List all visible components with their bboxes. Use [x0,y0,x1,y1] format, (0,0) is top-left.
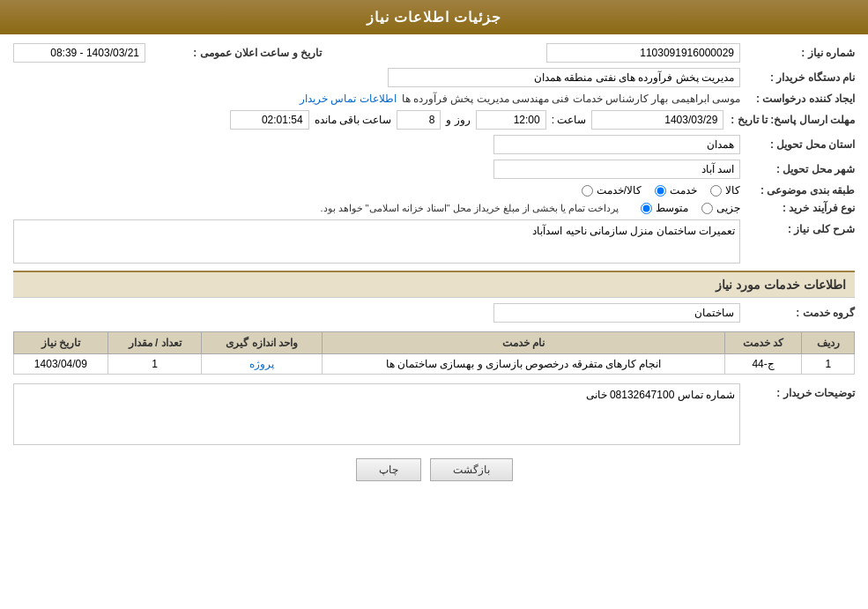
category-radio-kala[interactable] [710,185,722,197]
category-option3-label: کالا/خدمت [597,184,642,197]
buyer-org-label: نام دستگاه خریدار : [740,71,855,84]
process-radio-group: جزیی متوسط پرداخت تمام یا بخشی از مبلغ خ… [320,202,740,214]
table-header-row: ردیف کد خدمت نام خدمت واحد اندازه گیری ت… [14,332,855,354]
category-option1-label: کالا [725,184,740,197]
buyer-notes-row: توضیحات خریدار : شماره تماس 08132647100 … [13,383,855,445]
requester-row: ایجاد کننده درخواست : موسی ابراهیمی بهار… [13,93,855,105]
category-radio-group: کالا خدمت کالا/خدمت [582,184,740,197]
deadline-time: 12:00 [476,110,546,130]
process-note: پرداخت تمام یا بخشی از مبلغ خریداز محل "… [320,203,619,214]
city-value: اسد آباد [493,160,740,179]
col-unit: واحد اندازه گیری [202,332,323,354]
need-number-row: شماره نیاز : 1103091916000029 تاریخ و سا… [13,43,855,63]
back-button[interactable]: بازگشت [430,458,513,481]
province-value: همدان [493,135,740,154]
category-option-kala[interactable]: کالا [710,184,740,197]
services-table: ردیف کد خدمت نام خدمت واحد اندازه گیری ت… [13,331,855,375]
process-type-row: نوع فرآیند خرید : جزیی متوسط پرداخت تمام… [13,202,855,214]
need-number-label: شماره نیاز : [740,47,855,59]
category-radio-both[interactable] [582,185,593,197]
page-header: جزئیات اطلاعات نیاز [0,0,868,34]
requester-value: موسی ابراهیمی بهار کارشناس خدمات فنی مهن… [402,93,740,105]
process-radio-jozi[interactable] [701,203,713,214]
province-label: استان محل تحویل : [740,138,855,151]
table-cell-0: 1 [802,354,855,375]
process-option1-label: جزیی [716,202,740,214]
col-rownum: ردیف [802,332,855,354]
table-cell-3: پروژه [202,354,323,375]
table-cell-1: ج-44 [724,354,802,375]
deadline-countdown: 02:01:54 [230,110,309,130]
category-option2-label: خدمت [670,184,697,197]
category-option-khedmat[interactable]: خدمت [655,184,697,197]
page-title: جزئیات اطلاعات نیاز [367,10,502,25]
need-desc-text: تعمیرات ساختمان منزل سازمانی ناحیه اسدآب… [532,225,735,237]
announcement-date-value: 1403/03/21 - 08:39 [13,43,145,63]
table-cell-4: 1 [108,354,202,375]
announcement-date-label: تاریخ و ساعت اعلان عمومی : [145,47,322,59]
need-number-value: 1103091916000029 [546,43,740,63]
services-section-title: اطلاعات خدمات مورد نیاز [13,271,855,298]
service-group-label: گروه خدمت : [740,307,855,319]
footer-buttons: بازگشت چاپ [13,458,855,481]
need-desc-row: شرح کلی نیاز : تعمیرات ساختمان منزل سازم… [13,219,855,264]
deadline-days: 8 [397,110,441,130]
main-content: شماره نیاز : 1103091916000029 تاریخ و سا… [0,34,868,499]
col-name: نام خدمت [323,332,725,354]
category-radio-khedmat[interactable] [655,185,666,197]
need-desc-label: شرح کلی نیاز : [740,219,855,235]
category-label: طبقه بندی موضوعی : [740,184,855,197]
buyer-notes-content: شماره تماس 08132647100 خانی [13,383,740,445]
process-radio-motavasset[interactable] [641,203,652,214]
province-row: استان محل تحویل : همدان [13,135,855,154]
buyer-org-row: نام دستگاه خریدار : مدیریت پخش فرآورده ه… [13,68,855,87]
deadline-days-label: روز و [446,114,470,126]
requester-label: ایجاد کننده درخواست : [740,93,855,105]
table-cell-2: انجام کارهای متفرقه درخصوص بازسازی و بهس… [323,354,725,375]
deadline-date: 1403/03/29 [591,110,723,130]
city-row: شهر محل تحویل : اسد آباد [13,160,855,179]
process-label: نوع فرآیند خرید : [740,202,855,214]
requester-contact-link[interactable]: اطلاعات تماس خریدار [300,93,397,105]
print-button[interactable]: چاپ [356,458,421,481]
process-option-motavasset[interactable]: متوسط [641,202,688,214]
buyer-notes-label: توضیحات خریدار : [740,383,855,399]
deadline-time-label: ساعت : [552,114,587,126]
process-option2-label: متوسط [656,202,688,214]
deadline-row: مهلت ارسال پاسخ: تا تاریخ : 1403/03/29 س… [13,110,855,130]
category-row: طبقه بندی موضوعی : کالا خدمت کالا/خدمت [13,184,855,197]
process-option-jozi[interactable]: جزیی [701,202,740,214]
category-option-both[interactable]: کالا/خدمت [582,184,642,197]
deadline-label: مهلت ارسال پاسخ: تا تاریخ : [723,114,855,126]
service-group-value: ساختمان [493,303,740,323]
services-table-section: ردیف کد خدمت نام خدمت واحد اندازه گیری ت… [13,331,855,375]
table-cell-5: 1403/04/09 [14,354,108,375]
col-code: کد خدمت [724,332,802,354]
buyer-notes-text: شماره تماس 08132647100 خانی [586,389,735,401]
deadline-countdown-label: ساعت باقی مانده [315,114,392,126]
col-qty: تعداد / مقدار [108,332,202,354]
table-row: 1ج-44انجام کارهای متفرقه درخصوص بازسازی … [14,354,855,375]
buyer-org-value: مدیریت پخش فرآورده های نفتی منطقه همدان [388,68,740,87]
col-date: تاریخ نیاز [14,332,108,354]
service-group-row: گروه خدمت : ساختمان [13,303,855,323]
city-label: شهر محل تحویل : [740,163,855,175]
page-wrapper: جزئیات اطلاعات نیاز شماره نیاز : 1103091… [0,0,868,609]
need-desc-value: تعمیرات ساختمان منزل سازمانی ناحیه اسدآب… [13,219,740,264]
